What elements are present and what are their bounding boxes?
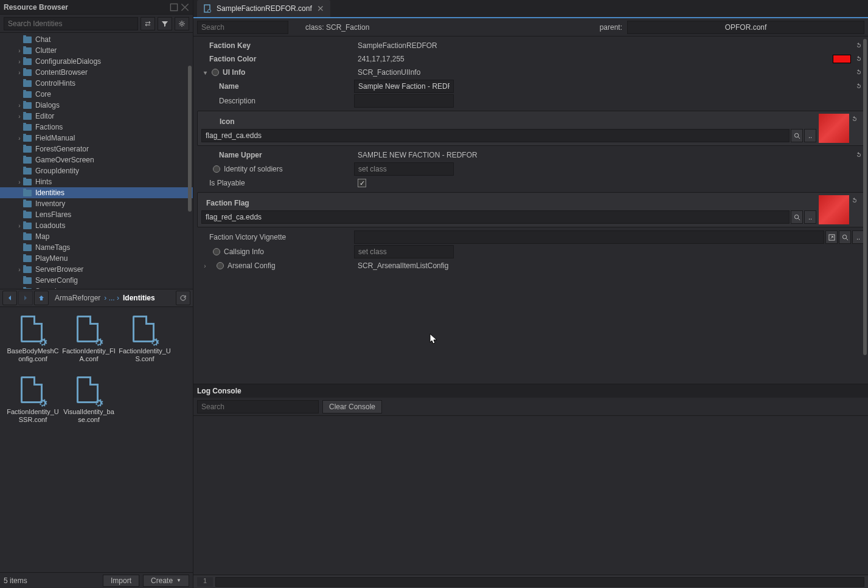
- folder-icon: [23, 102, 32, 109]
- tree-item-label: PlayMenu: [35, 254, 68, 263]
- icon-path-input[interactable]: [201, 129, 790, 142]
- nav-forward-button[interactable]: [18, 291, 33, 305]
- tree-item-sounds[interactable]: ›Sounds: [0, 286, 193, 289]
- nav-back-button[interactable]: [2, 291, 17, 305]
- tree-item-hints[interactable]: ›Hints: [0, 176, 193, 187]
- reset-icon[interactable]: [849, 195, 860, 206]
- clear-console-button[interactable]: Clear Console: [322, 400, 382, 413]
- folder-icon: [23, 58, 32, 65]
- tree-item-controlhints[interactable]: ControlHints: [0, 78, 193, 89]
- color-swatch[interactable]: [833, 55, 851, 63]
- tab-close-icon[interactable]: ✕: [317, 4, 324, 13]
- parent-input[interactable]: [627, 21, 864, 34]
- settings-button[interactable]: [175, 17, 189, 30]
- close-panel-icon[interactable]: [181, 3, 189, 12]
- folder-icon: [23, 244, 32, 251]
- browse-asset-icon[interactable]: ..: [804, 210, 816, 224]
- tree-item-core[interactable]: Core: [0, 89, 193, 100]
- tree-item-chat[interactable]: Chat: [0, 34, 193, 45]
- search-asset-icon[interactable]: [791, 129, 803, 142]
- reset-icon[interactable]: [853, 81, 864, 92]
- tree-item-loadouts[interactable]: ›Loadouts: [0, 220, 193, 231]
- callsign-label: Callsign Info: [197, 247, 354, 256]
- tab-sample-faction[interactable]: SampleFactionREDFOR.conf ✕: [197, 0, 330, 17]
- search-identities-input[interactable]: [4, 17, 138, 30]
- tree-item-inventory[interactable]: Inventory: [0, 198, 193, 209]
- property-search-input[interactable]: [197, 21, 288, 34]
- tree-item-factions[interactable]: Factions: [0, 122, 193, 133]
- search-asset-icon[interactable]: [839, 230, 851, 244]
- tree-item-label: NameTags: [35, 243, 70, 252]
- reset-icon[interactable]: [853, 67, 864, 78]
- log-body: [193, 416, 868, 575]
- file-item[interactable]: FactionIdentity_FIA.conf: [62, 313, 116, 372]
- radio-icon[interactable]: [213, 248, 220, 255]
- reset-icon[interactable]: [853, 150, 864, 161]
- identity-input[interactable]: [354, 162, 454, 176]
- tree-item-lensflares[interactable]: LensFlares: [0, 209, 193, 220]
- radio-icon[interactable]: [217, 262, 224, 269]
- tree-item-groupidentity[interactable]: GroupIdentity: [0, 165, 193, 176]
- tree-item-map[interactable]: Map: [0, 231, 193, 242]
- tree-item-serverbrowser[interactable]: ›ServerBrowser: [0, 264, 193, 275]
- faction-key-value[interactable]: SampleFactionREDFOR: [354, 41, 853, 50]
- tree-scrollbar[interactable]: [188, 66, 192, 212]
- tree-item-dialogs[interactable]: ›Dialogs: [0, 100, 193, 111]
- browse-asset-icon[interactable]: ..: [804, 129, 816, 142]
- import-button[interactable]: Import: [103, 575, 139, 587]
- icon-label: Icon: [201, 117, 355, 126]
- tree-item-configurabledialogs[interactable]: ›ConfigurableDialogs: [0, 56, 193, 67]
- reset-icon[interactable]: [853, 54, 864, 64]
- reset-icon[interactable]: [853, 40, 864, 51]
- tree-item-playmenu[interactable]: PlayMenu: [0, 253, 193, 264]
- radio-icon[interactable]: [212, 69, 219, 76]
- arsenal-label[interactable]: ›Arsenal Config: [197, 261, 354, 270]
- swap-button[interactable]: [141, 17, 155, 30]
- folder-icon: [23, 223, 32, 229]
- name-input[interactable]: [354, 80, 454, 93]
- resource-tree[interactable]: Chat›Clutter›ConfigurableDialogs›Content…: [0, 33, 193, 289]
- browse-asset-icon[interactable]: ..: [852, 230, 864, 244]
- tree-item-label: ContentBrowser: [35, 68, 88, 77]
- callsign-input[interactable]: [354, 245, 454, 258]
- faction-color-value[interactable]: 241,17,17,255: [354, 55, 833, 63]
- filter-button[interactable]: [158, 17, 172, 30]
- file-item[interactable]: VisualIdentity_base.conf: [62, 374, 116, 432]
- log-command-input[interactable]: [215, 577, 864, 587]
- class-label: class: SCR_Faction: [305, 23, 369, 32]
- open-icon[interactable]: [825, 230, 838, 244]
- tree-item-serverconfig[interactable]: ServerConfig: [0, 275, 193, 286]
- chevron-icon: ›: [16, 102, 23, 109]
- flag-path-input[interactable]: [201, 210, 790, 224]
- tree-item-fieldmanual[interactable]: ›FieldManual: [0, 133, 193, 144]
- search-asset-icon[interactable]: [791, 210, 803, 224]
- reset-icon[interactable]: [849, 114, 860, 125]
- ui-info-label[interactable]: ▾UI Info: [197, 68, 354, 77]
- tree-item-label: Hints: [35, 178, 52, 186]
- tree-item-forestgenerator[interactable]: ForestGenerator: [0, 144, 193, 154]
- breadcrumb[interactable]: ArmaReforger › ... › Identities: [50, 294, 175, 302]
- tree-item-identities[interactable]: Identities: [0, 187, 193, 198]
- vignette-input[interactable]: [354, 230, 824, 244]
- file-grid[interactable]: BaseBodyMeshConfig.confFactionIdentity_F…: [0, 307, 193, 573]
- file-item[interactable]: FactionIdentity_US.conf: [118, 313, 172, 372]
- log-search-input[interactable]: [197, 400, 319, 413]
- restore-icon[interactable]: [170, 3, 178, 12]
- tree-item-label: ControlHints: [35, 79, 75, 88]
- tree-item-contentbrowser[interactable]: ›ContentBrowser: [0, 67, 193, 78]
- create-button[interactable]: Create▼: [143, 575, 189, 587]
- file-item[interactable]: FactionIdentity_USSR.conf: [6, 374, 60, 432]
- tree-item-clutter[interactable]: ›Clutter: [0, 45, 193, 56]
- tree-item-gameoverscreen[interactable]: GameOverScreen: [0, 154, 193, 165]
- tree-item-nametags[interactable]: NameTags: [0, 242, 193, 253]
- nav-up-button[interactable]: [34, 291, 49, 305]
- description-input[interactable]: [354, 94, 454, 108]
- file-item[interactable]: BaseBodyMeshConfig.conf: [6, 313, 60, 372]
- breadcrumb-current: Identities: [123, 294, 155, 302]
- nav-refresh-button[interactable]: [176, 291, 190, 305]
- tree-item-editor[interactable]: ›Editor: [0, 111, 193, 122]
- radio-icon[interactable]: [213, 165, 220, 173]
- playable-checkbox[interactable]: [358, 179, 366, 187]
- tree-item-label: Core: [35, 90, 51, 99]
- ui-info-value[interactable]: SCR_FactionUIInfo: [354, 68, 853, 77]
